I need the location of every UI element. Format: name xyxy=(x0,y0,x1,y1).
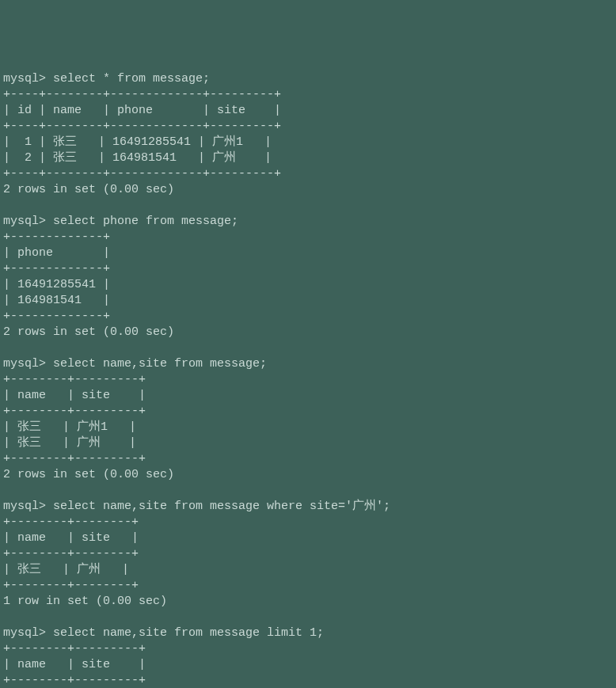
query-line: mysql> select name,site from message lim… xyxy=(3,625,613,641)
sql-command: select name,site from message; xyxy=(53,357,267,371)
table-header: | name | site | xyxy=(3,530,613,546)
table-border: +-------------+ xyxy=(3,230,613,245)
table-row: | 2 | 张三 | 164981541 | 广州 | xyxy=(3,150,613,166)
table-border: +-------------+ xyxy=(3,309,613,325)
blank-line xyxy=(3,340,613,356)
table-border: +----+--------+-------------+---------+ xyxy=(3,166,613,182)
blank-line xyxy=(3,198,613,214)
sql-command: select * from message; xyxy=(53,72,210,86)
table-border: +--------+--------+ xyxy=(3,515,613,530)
terminal-output: mysql> select * from message;+----+-----… xyxy=(3,71,613,688)
query-line: mysql> select name,site from message; xyxy=(3,356,613,372)
result-summary: 1 row in set (0.00 sec) xyxy=(3,594,613,610)
mysql-prompt: mysql> xyxy=(3,500,46,513)
table-row: | 张三 | 广州 | xyxy=(3,562,613,578)
table-header: | phone | xyxy=(3,245,613,261)
table-border: +--------+---------+ xyxy=(3,673,613,688)
mysql-prompt: mysql> xyxy=(3,72,46,86)
table-border: +--------+---------+ xyxy=(3,372,613,388)
table-border: +--------+--------+ xyxy=(3,578,613,594)
table-border: +--------+---------+ xyxy=(3,641,613,657)
table-header: | id | name | phone | site | xyxy=(3,103,613,119)
sql-command: select name,site from message limit 1; xyxy=(53,626,324,640)
query-line: mysql> select phone from message; xyxy=(3,214,613,230)
query-line: mysql> select name,site from message whe… xyxy=(3,499,613,515)
table-row: | 164981541 | xyxy=(3,293,613,309)
mysql-prompt: mysql> xyxy=(3,626,46,640)
sql-command: select name,site from message where site… xyxy=(53,500,390,513)
table-border: +----+--------+-------------+---------+ xyxy=(3,87,613,103)
result-summary: 2 rows in set (0.00 sec) xyxy=(3,325,613,340)
table-border: +-------------+ xyxy=(3,261,613,277)
table-row: | 张三 | 广州 | xyxy=(3,435,613,451)
table-row: | 1 | 张三 | 16491285541 | 广州1 | xyxy=(3,135,613,150)
sql-command: select phone from message; xyxy=(53,215,238,228)
mysql-prompt: mysql> xyxy=(3,215,46,228)
table-row: | 16491285541 | xyxy=(3,277,613,293)
result-summary: 2 rows in set (0.00 sec) xyxy=(3,182,613,198)
table-header: | name | site | xyxy=(3,657,613,673)
table-border: +--------+---------+ xyxy=(3,404,613,420)
blank-line xyxy=(3,483,613,499)
table-border: +--------+---------+ xyxy=(3,451,613,467)
table-row: | 张三 | 广州1 | xyxy=(3,420,613,435)
table-border: +--------+--------+ xyxy=(3,546,613,562)
mysql-prompt: mysql> xyxy=(3,357,46,371)
table-header: | name | site | xyxy=(3,388,613,404)
result-summary: 2 rows in set (0.00 sec) xyxy=(3,467,613,483)
table-border: +----+--------+-------------+---------+ xyxy=(3,119,613,135)
query-line: mysql> select * from message; xyxy=(3,71,613,87)
blank-line xyxy=(3,610,613,625)
